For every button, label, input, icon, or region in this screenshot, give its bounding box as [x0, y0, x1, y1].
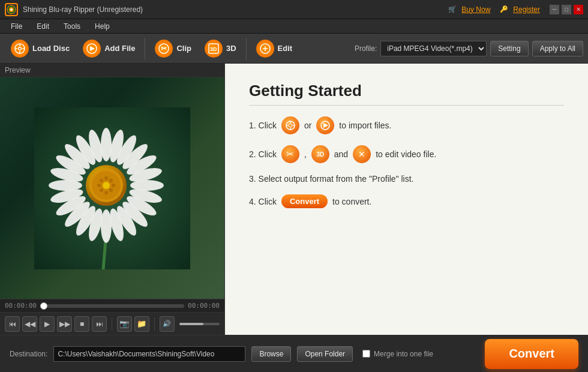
svg-point-49 [109, 179, 113, 182]
skip-start-button[interactable]: ⏮ [5, 316, 20, 332]
play-button[interactable]: ▶ [40, 316, 55, 332]
buy-now-link[interactable]: Buy Now [461, 5, 490, 14]
convert-button[interactable]: Convert [485, 339, 578, 369]
add-file-button[interactable]: Add File [77, 37, 141, 60]
toolbar: Load Disc Add File ✂ Clip 3D 3D [0, 34, 588, 64]
step-1-post: to import files. [339, 121, 391, 130]
step-3: 3. Select output format from the "Profil… [249, 174, 564, 184]
convert-inline-button[interactable]: Convert [281, 194, 328, 208]
step-1-pre: 1. Click [249, 121, 277, 130]
clip-label: Clip [176, 44, 191, 53]
svg-text:✂: ✂ [161, 44, 167, 53]
preview-label: Preview [0, 64, 224, 77]
progress-thumb[interactable] [40, 302, 47, 310]
svg-point-5 [19, 47, 21, 49]
svg-point-56 [103, 182, 110, 189]
close-button[interactable]: ✕ [574, 5, 583, 14]
app-title: Shining Blu-ray Ripper (Unregistered) [23, 5, 448, 14]
svg-point-58 [289, 124, 292, 127]
menu-edit[interactable]: Edit [31, 21, 55, 32]
svg-point-55 [112, 184, 115, 187]
app-icon [5, 3, 18, 16]
step1-load-icon [281, 116, 299, 134]
edit-icon [256, 40, 274, 58]
bottom-bar: Destination: Browse Open Folder Merge in… [0, 335, 588, 372]
step-4-post: to convert. [332, 197, 371, 206]
profile-section: Profile: iPad MPEG4 Video(*.mp4) Setting… [355, 41, 583, 56]
setting-button[interactable]: Setting [490, 41, 528, 56]
svg-point-21 [101, 128, 112, 161]
3d-label: 3D [226, 44, 236, 53]
main-content: Preview [0, 64, 588, 335]
apply-all-button[interactable]: Apply to All [532, 41, 583, 56]
svg-point-39 [49, 180, 82, 191]
step-1: 1. Click or to import [249, 116, 564, 134]
profile-label: Profile: [355, 44, 377, 53]
svg-point-2 [10, 8, 13, 11]
volume-slider[interactable] [179, 323, 220, 325]
step-2-pre: 2. Click [249, 149, 277, 159]
svg-point-48 [100, 179, 103, 182]
minimize-button[interactable]: ─ [550, 5, 559, 14]
step-4: 4. Click Convert to convert. [249, 194, 564, 208]
video-preview-area [0, 77, 224, 299]
svg-point-27 [130, 180, 164, 191]
step2-edit-icon: ✕ [353, 145, 371, 163]
progress-track[interactable] [40, 304, 184, 308]
step-2-post: to edit video file. [376, 149, 436, 159]
step-1-or: or [304, 121, 311, 130]
open-folder-button[interactable]: 📁 [134, 316, 149, 332]
step-4-pre: 4. Click [249, 197, 277, 206]
title-bar: Shining Blu-ray Ripper (Unregistered) 🛒 … [0, 0, 588, 19]
fast-forward-button[interactable]: ▶▶ [57, 316, 72, 332]
svg-point-33 [101, 209, 112, 243]
svg-point-53 [104, 191, 108, 194]
merge-checkbox-label: Merge into one file [362, 350, 433, 358]
step-2-comma: , [304, 149, 307, 159]
playback-separator-1 [112, 317, 112, 331]
timeline-bar: 00:00:00 00:00:00 [0, 299, 224, 312]
register-link[interactable]: Register [513, 5, 540, 14]
step1-add-icon [316, 116, 334, 134]
add-file-label: Add File [104, 44, 135, 53]
step-2-and: and [334, 149, 348, 159]
skip-end-button[interactable]: ⏭ [92, 316, 107, 332]
browse-button[interactable]: Browse [251, 346, 291, 362]
3d-button[interactable]: 3D 3D [199, 37, 242, 60]
left-panel: Preview [0, 64, 225, 335]
load-disc-icon [11, 40, 29, 58]
load-disc-button[interactable]: Load Disc [5, 37, 76, 60]
load-disc-label: Load Disc [32, 44, 70, 53]
svg-point-50 [100, 188, 103, 192]
profile-dropdown[interactable]: iPad MPEG4 Video(*.mp4) [380, 41, 487, 56]
snapshot-button[interactable]: 📷 [117, 316, 132, 332]
stop-button[interactable]: ■ [74, 316, 89, 332]
step2-clip-icon: ✂ [281, 145, 299, 163]
window-controls: ─ □ ✕ [550, 5, 583, 14]
3d-icon: 3D [205, 40, 223, 58]
menu-bar: File Edit Tools Help [0, 19, 588, 34]
menu-file[interactable]: File [5, 21, 28, 32]
svg-point-52 [104, 176, 108, 180]
start-time: 00:00:00 [5, 302, 37, 310]
destination-input[interactable] [53, 346, 245, 362]
volume-button[interactable]: 🔊 [160, 316, 175, 332]
svg-text:3D: 3D [210, 46, 217, 52]
volume-fill [179, 323, 203, 325]
destination-label: Destination: [10, 350, 47, 358]
flower-svg [34, 107, 190, 269]
merge-checkbox[interactable] [362, 350, 370, 358]
end-time: 00:00:00 [188, 302, 220, 310]
menu-tools[interactable]: Tools [58, 21, 86, 32]
getting-started-title: Getting Started [249, 82, 564, 106]
maximize-button[interactable]: □ [562, 5, 571, 14]
prev-frame-button[interactable]: ◀◀ [22, 316, 37, 332]
step2-3d-icon: 3D [311, 145, 329, 163]
menu-help[interactable]: Help [89, 21, 116, 32]
clip-button[interactable]: ✂ Clip [149, 37, 197, 60]
open-folder-button-bottom[interactable]: Open Folder [297, 346, 353, 362]
svg-marker-64 [323, 123, 328, 128]
svg-point-54 [97, 184, 101, 187]
svg-marker-11 [90, 46, 95, 51]
edit-button[interactable]: Edit [250, 37, 299, 60]
